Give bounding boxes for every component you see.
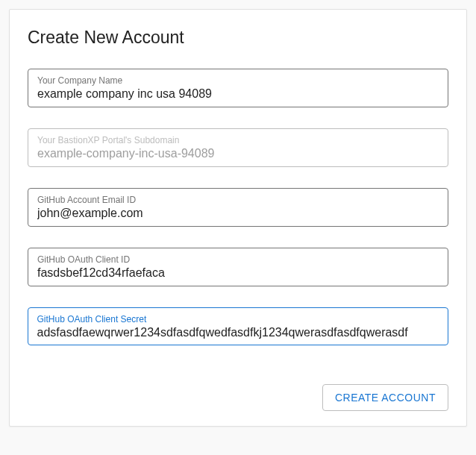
client-id-label: GitHub OAuth Client ID [37, 254, 439, 265]
page-title: Create New Account [28, 28, 448, 48]
client-id-field[interactable]: GitHub OAuth Client ID [28, 248, 448, 286]
subdomain-label: Your BastionXP Portal's Subdomain [37, 135, 439, 145]
client-secret-input[interactable] [37, 326, 439, 339]
client-secret-label: GitHub OAuth Client Secret [37, 314, 439, 324]
client-secret-field[interactable]: GitHub OAuth Client Secret [28, 307, 448, 345]
email-label: GitHub Account Email ID [37, 195, 439, 205]
company-name-label: Your Company Name [37, 75, 439, 86]
company-name-field[interactable]: Your Company Name [28, 69, 448, 107]
email-field[interactable]: GitHub Account Email ID [28, 188, 448, 227]
client-id-input[interactable] [37, 266, 439, 280]
email-input[interactable] [37, 207, 439, 220]
subdomain-input [37, 147, 439, 160]
create-account-card: Create New Account Your Company Name You… [9, 9, 467, 427]
subdomain-field: Your BastionXP Portal's Subdomain [28, 128, 448, 167]
create-account-button[interactable]: CREATE ACCOUNT [322, 384, 448, 411]
company-name-input[interactable] [37, 87, 439, 101]
actions-row: CREATE ACCOUNT [28, 384, 448, 411]
